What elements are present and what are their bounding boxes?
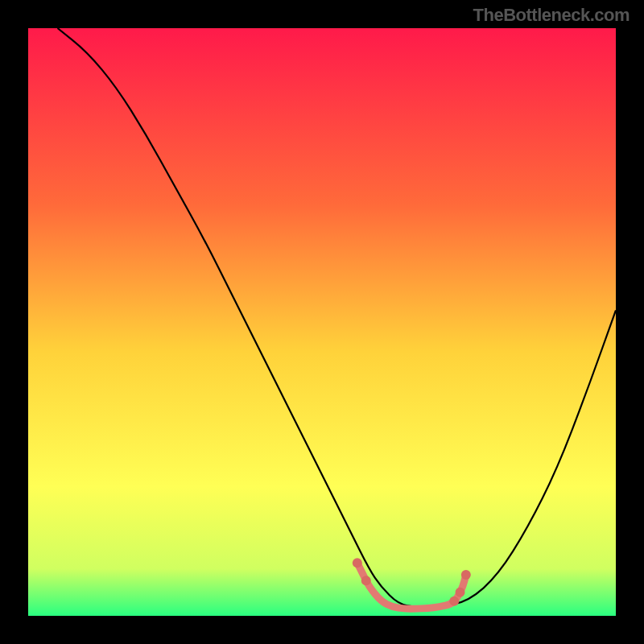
chart-plot-area bbox=[28, 28, 616, 616]
watermark-text: TheBottleneck.com bbox=[473, 5, 630, 26]
highlight-dot bbox=[461, 570, 471, 580]
highlight-dot bbox=[449, 597, 459, 606]
highlight-dot bbox=[361, 576, 371, 585]
highlight-dot bbox=[353, 558, 362, 568]
chart-svg bbox=[28, 28, 616, 616]
highlight-dot bbox=[456, 588, 465, 597]
